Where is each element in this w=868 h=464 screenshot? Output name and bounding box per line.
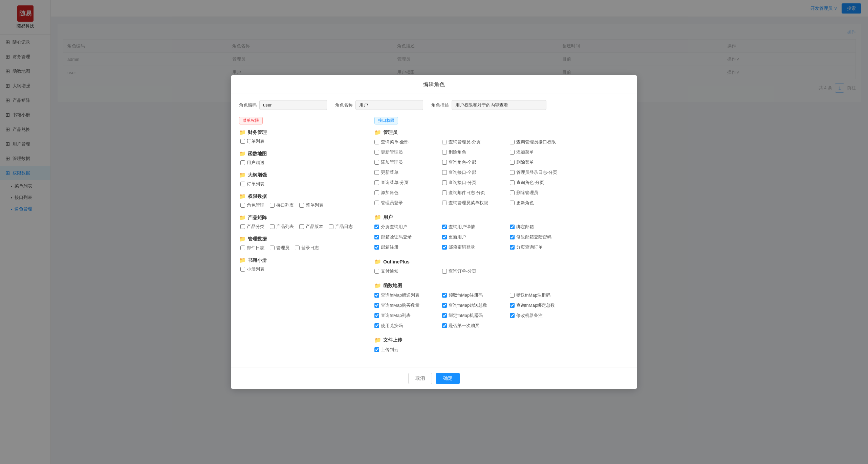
iface-checkbox[interactable] (442, 235, 447, 239)
perm-item[interactable]: 产品列表 (270, 224, 294, 230)
iface-item[interactable]: 查询邮件日志-分页 (442, 190, 510, 196)
iface-checkbox[interactable] (442, 269, 447, 274)
iface-checkbox[interactable] (510, 293, 515, 298)
role-name-input[interactable] (355, 100, 423, 110)
iface-checkbox[interactable] (510, 225, 515, 229)
iface-checkbox[interactable] (442, 303, 447, 308)
iface-item[interactable]: 添加角色 (374, 190, 442, 196)
perm-checkbox[interactable] (240, 203, 245, 208)
perm-item[interactable]: 角色管理 (240, 202, 264, 208)
iface-item[interactable]: 更新角色 (510, 200, 578, 206)
iface-checkbox[interactable] (374, 150, 379, 155)
iface-checkbox[interactable] (442, 140, 447, 144)
iface-item[interactable]: 查询角色-分页 (510, 180, 578, 186)
perm-checkbox[interactable] (240, 182, 245, 186)
iface-checkbox[interactable] (374, 160, 379, 165)
iface-item[interactable]: 邮箱验证码登录 (374, 234, 442, 240)
confirm-button[interactable]: 确定 (436, 373, 460, 384)
iface-item[interactable]: 绑定邮箱 (510, 224, 578, 230)
iface-checkbox[interactable] (442, 190, 447, 195)
perm-item[interactable]: 产品日志 (329, 224, 353, 230)
iface-checkbox[interactable] (374, 245, 379, 250)
iface-item[interactable]: 绑定fnMap机器码 (442, 312, 510, 319)
iface-item[interactable]: 查询菜单-分页 (374, 180, 442, 186)
iface-item[interactable]: 查询管理员接口权限 (510, 139, 578, 145)
iface-checkbox[interactable] (442, 323, 447, 328)
iface-item[interactable]: 分页查询用户 (374, 224, 442, 230)
iface-checkbox[interactable] (442, 201, 447, 205)
iface-item[interactable]: 查询用户详情 (442, 224, 510, 230)
iface-checkbox[interactable] (510, 190, 515, 195)
iface-checkbox[interactable] (442, 225, 447, 229)
iface-item[interactable]: 查询fnMap赠送总数 (442, 302, 510, 308)
iface-checkbox[interactable] (374, 170, 379, 175)
iface-checkbox[interactable] (374, 293, 379, 298)
iface-item[interactable]: 上传到云 (374, 347, 442, 353)
iface-checkbox[interactable] (374, 323, 379, 328)
iface-checkbox[interactable] (510, 201, 515, 205)
iface-checkbox[interactable] (374, 347, 379, 352)
perm-item[interactable]: 邮件日志 (240, 245, 264, 251)
iface-checkbox[interactable] (374, 201, 379, 205)
iface-checkbox[interactable] (374, 140, 379, 144)
iface-item[interactable]: 删除菜单 (510, 159, 578, 165)
iface-item[interactable]: 查询订单-分页 (442, 268, 510, 274)
iface-checkbox[interactable] (510, 313, 515, 318)
iface-item[interactable]: 更新用户 (442, 234, 510, 240)
iface-checkbox[interactable] (510, 140, 515, 144)
perm-checkbox[interactable] (240, 246, 245, 250)
iface-checkbox[interactable] (510, 160, 515, 165)
iface-item[interactable]: 删除角色 (442, 149, 510, 155)
iface-checkbox[interactable] (442, 313, 447, 318)
iface-item[interactable]: 管理员登录日志-分页 (510, 169, 578, 176)
role-desc-input[interactable] (452, 100, 546, 110)
iface-checkbox[interactable] (442, 160, 447, 165)
iface-checkbox[interactable] (374, 225, 379, 229)
perm-item[interactable]: 用户赠送 (240, 160, 264, 166)
iface-item[interactable]: 查询管理员-分页 (442, 139, 510, 145)
iface-checkbox[interactable] (442, 293, 447, 298)
perm-item[interactable]: 产品分类 (240, 224, 264, 230)
perm-item[interactable]: 管理员 (270, 245, 289, 251)
iface-checkbox[interactable] (374, 180, 379, 185)
iface-item[interactable]: 添加管理员 (374, 159, 442, 165)
iface-item[interactable]: 查询角色-全部 (442, 159, 510, 165)
iface-checkbox[interactable] (510, 180, 515, 185)
cancel-button[interactable]: 取消 (408, 373, 432, 384)
iface-item[interactable]: 查询fnMap购买数量 (374, 302, 442, 308)
iface-checkbox[interactable] (374, 190, 379, 195)
iface-checkbox[interactable] (442, 170, 447, 175)
perm-checkbox[interactable] (240, 224, 245, 229)
iface-item[interactable]: 更新菜单 (374, 169, 442, 176)
perm-checkbox[interactable] (299, 224, 304, 229)
perm-checkbox[interactable] (299, 203, 304, 208)
iface-checkbox[interactable] (442, 150, 447, 155)
iface-checkbox[interactable] (510, 245, 515, 250)
iface-item[interactable]: 查询菜单-全部 (374, 139, 442, 145)
perm-checkbox[interactable] (270, 224, 275, 229)
iface-item[interactable]: 查询接口-全部 (442, 169, 510, 176)
iface-checkbox[interactable] (442, 245, 447, 250)
perm-item[interactable]: 登录日志 (295, 245, 319, 251)
iface-item[interactable]: 修改邮箱登陆密码 (510, 234, 578, 240)
iface-checkbox[interactable] (510, 235, 515, 239)
perm-checkbox[interactable] (240, 160, 245, 165)
perm-checkbox[interactable] (240, 139, 245, 144)
iface-item[interactable]: 查询fnMap列表 (374, 312, 442, 319)
iface-item[interactable]: 更新管理员 (374, 149, 442, 155)
iface-item[interactable]: 修改机器备注 (510, 312, 578, 319)
iface-item[interactable]: 查询fnMap绑定总数 (510, 302, 578, 308)
iface-checkbox[interactable] (374, 303, 379, 308)
perm-item[interactable]: 小册列表 (240, 266, 264, 272)
iface-item[interactable]: 查询接口-分页 (442, 180, 510, 186)
iface-item[interactable]: 查询管理员菜单权限 (442, 200, 510, 206)
iface-checkbox[interactable] (374, 313, 379, 318)
iface-item[interactable]: 赠送fnMap注册码 (510, 292, 578, 298)
perm-item[interactable]: 订单列表 (240, 181, 264, 187)
perm-item[interactable]: 接口列表 (270, 202, 294, 208)
role-code-input[interactable] (259, 100, 327, 110)
iface-checkbox[interactable] (510, 150, 515, 155)
iface-item[interactable]: 领取fnMap注册码 (442, 292, 510, 298)
perm-item[interactable]: 菜单列表 (299, 202, 323, 208)
perm-checkbox[interactable] (270, 203, 275, 208)
